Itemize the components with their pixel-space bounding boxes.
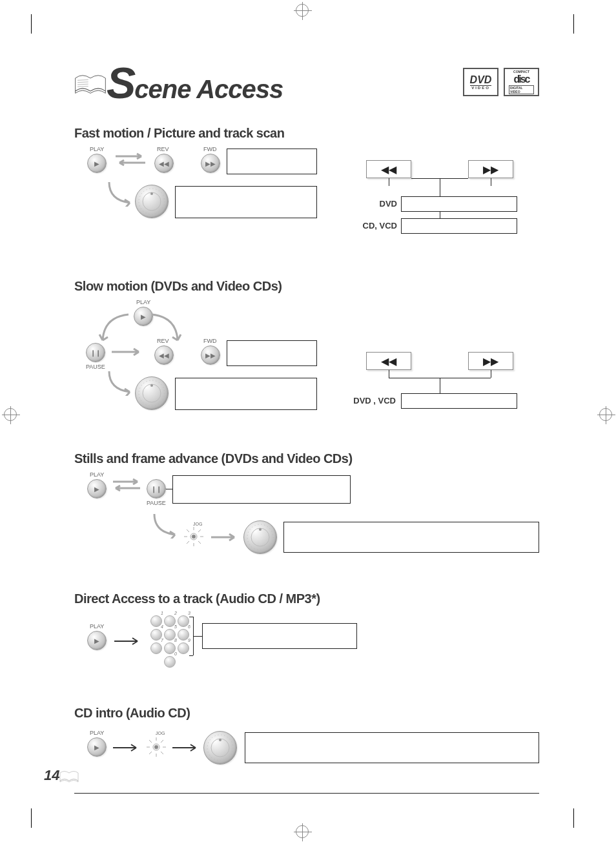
slow-description-box-2 <box>175 378 317 410</box>
svg-point-7 <box>143 384 161 402</box>
rev-button-icon: ◀◀ <box>154 154 174 173</box>
book-small-icon <box>59 770 79 784</box>
heading-direct-access: Direct Access to a track (Audio CD / MP3… <box>74 591 539 606</box>
double-arrow-icon <box>109 475 144 495</box>
curved-arrow-icon <box>107 181 135 207</box>
section-rule <box>74 793 539 794</box>
svg-line-32 <box>161 740 163 743</box>
double-arrow-icon <box>112 150 149 169</box>
pause-caption: PAUSE <box>86 364 105 370</box>
book-icon <box>74 73 107 96</box>
rev-caption: REV <box>157 338 169 344</box>
svg-line-19 <box>198 529 201 532</box>
cdvcd-label: CD, VCD <box>339 221 397 231</box>
dvd-video-logo: DVD VIDEO <box>463 68 498 96</box>
dvd-speed-box <box>401 196 517 212</box>
section-direct-access: Direct Access to a track (Audio CD / MP3… <box>74 591 539 689</box>
play-caption: PLAY <box>90 730 104 736</box>
fastforward-keycap: ▶▶ <box>468 352 513 370</box>
jog-caption: JOG <box>156 731 165 735</box>
heading-fast-motion: Fast motion / Picture and track scan <box>74 126 539 141</box>
svg-line-29 <box>149 740 152 743</box>
stills-description-box-1 <box>172 475 351 504</box>
jog-small-icon <box>147 737 166 757</box>
play-button-icon: ▶ <box>87 631 107 650</box>
fwd-caption: FWD <box>203 146 217 152</box>
svg-line-16 <box>187 529 189 532</box>
svg-line-31 <box>149 752 152 754</box>
svg-point-9 <box>150 384 153 387</box>
section-slow-motion: Slow motion (DVDs and Video CDs) PLAY ▶ … <box>74 279 539 435</box>
svg-line-18 <box>187 541 189 544</box>
fwd-button-icon: ▶▶ <box>201 154 220 173</box>
rev-caption: REV <box>157 146 169 152</box>
svg-point-22 <box>259 528 262 531</box>
fastforward-keycap: ▶▶ <box>468 160 513 178</box>
dvdvcd-label: DVD , VCD <box>338 396 396 406</box>
pause-button-icon: ❙❙ <box>147 479 166 498</box>
svg-line-17 <box>198 541 201 544</box>
svg-point-4 <box>143 192 161 211</box>
svg-point-33 <box>211 739 229 757</box>
fast-description-box-2 <box>175 186 317 218</box>
section-cd-intro: CD intro (Audio CD) PLAY ▶ JOG <box>74 706 539 794</box>
rewind-keycap: ◀◀ <box>366 352 411 370</box>
rewind-keycap: ◀◀ <box>366 160 411 178</box>
heading-stills: Stills and frame advance (DVDs and Video… <box>74 451 539 466</box>
curved-arrow-left-icon <box>98 311 132 345</box>
page-title: Scene Access <box>107 57 283 108</box>
right-arrow-icon <box>109 345 145 358</box>
right-arrow-icon <box>110 741 143 754</box>
svg-point-24 <box>154 745 158 749</box>
play-caption: PLAY <box>136 299 150 305</box>
pause-button-icon: ❙❙ <box>86 343 105 362</box>
jog-dial-icon <box>135 376 169 410</box>
svg-line-30 <box>161 752 163 754</box>
slow-description-box-1 <box>227 340 317 366</box>
play-caption: PLAY <box>90 623 104 630</box>
stills-description-box-2 <box>283 522 539 553</box>
fwd-caption: FWD <box>203 338 217 344</box>
rev-button-icon: ◀◀ <box>154 345 174 365</box>
direct-description-box <box>202 623 357 649</box>
svg-point-6 <box>150 192 153 195</box>
jog-dial-icon <box>203 731 237 765</box>
svg-point-35 <box>219 739 221 741</box>
svg-point-20 <box>251 528 269 546</box>
dvdvcd-speed-box <box>401 393 517 409</box>
jog-dial-icon <box>243 520 277 554</box>
play-button-icon: ▶ <box>87 154 107 173</box>
pause-caption: PAUSE <box>147 500 166 506</box>
jog-caption: JOG <box>193 522 202 526</box>
dvd-label: DVD <box>352 199 397 209</box>
number-keypad-icon: 1 2 3 4 5 6 7 8 9 0 <box>150 615 189 668</box>
compact-disc-logo: COMPACT disc DIGITAL VIDEO <box>504 68 539 96</box>
jog-small-icon <box>184 527 203 546</box>
fast-description-box-1 <box>227 149 317 174</box>
play-caption: PLAY <box>90 146 104 152</box>
cdvcd-speed-box <box>401 218 517 234</box>
page-header: Scene Access DVD VIDEO COMPACT disc DIGI… <box>74 61 539 107</box>
svg-point-11 <box>192 535 196 539</box>
curved-arrow-icon <box>107 370 135 396</box>
page-number: 14 <box>44 767 59 784</box>
fwd-button-icon: ▶▶ <box>201 345 220 365</box>
jog-dial-icon <box>135 185 169 218</box>
right-arrow-icon <box>209 531 241 544</box>
heading-cd-intro: CD intro (Audio CD) <box>74 706 539 721</box>
play-caption: PLAY <box>90 471 104 478</box>
play-button-icon: ▶ <box>87 479 107 498</box>
curved-arrow-icon <box>152 513 180 539</box>
right-arrow-icon <box>112 635 144 648</box>
intro-description-box <box>245 732 539 763</box>
right-arrow-icon <box>170 741 202 754</box>
section-fast-motion: Fast motion / Picture and track scan PLA… <box>74 126 539 262</box>
heading-slow-motion: Slow motion (DVDs and Video CDs) <box>74 279 539 294</box>
section-stills: Stills and frame advance (DVDs and Video… <box>74 451 539 575</box>
play-button-icon: ▶ <box>87 737 107 757</box>
